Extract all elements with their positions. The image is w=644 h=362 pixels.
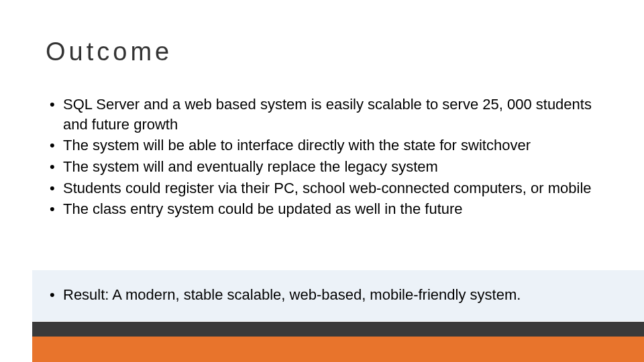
bullet-item: The system will and eventually replace t… xyxy=(46,157,598,177)
result-block: Result: A modern, stable scalable, web-b… xyxy=(46,285,598,305)
bullet-item: SQL Server and a web based system is eas… xyxy=(46,95,598,134)
footer-orange-bar xyxy=(32,337,644,362)
slide-title: Outcome xyxy=(46,38,598,66)
bullet-item: Students could register via their PC, sc… xyxy=(46,178,598,198)
bullet-item: The class entry system could be updated … xyxy=(46,199,598,219)
bullet-list: SQL Server and a web based system is eas… xyxy=(46,95,598,219)
slide: Outcome SQL Server and a web based syste… xyxy=(0,0,644,362)
footer-dark-strip xyxy=(32,322,644,337)
result-bullet: Result: A modern, stable scalable, web-b… xyxy=(46,285,598,305)
bullet-item: The system will be able to interface dir… xyxy=(46,135,598,156)
